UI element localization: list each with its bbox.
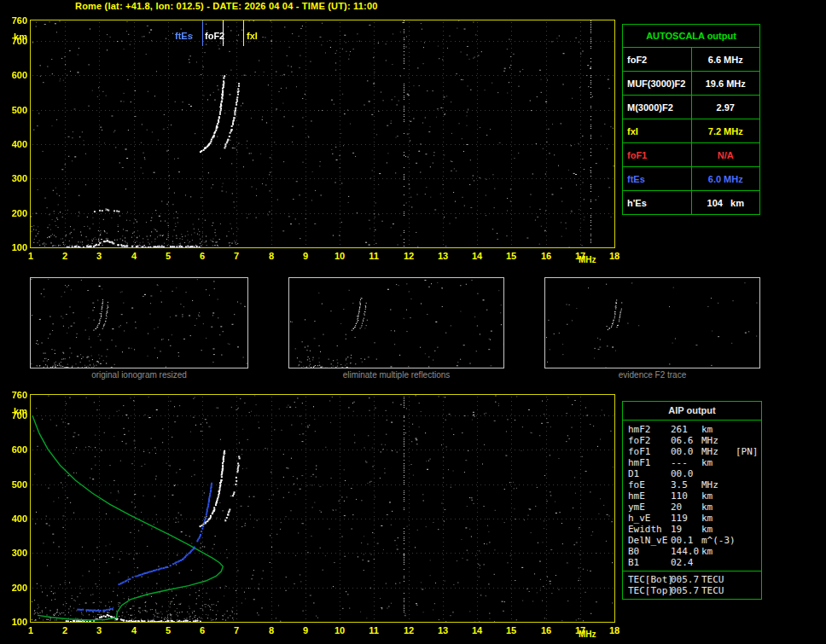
x-tick-label: 1 [22, 625, 39, 635]
y-tick-label: 400 [5, 513, 27, 524]
x-tick-label: 15 [503, 625, 520, 635]
thumbnail-cleaned-ionogram [288, 277, 504, 368]
x-axis-unit: MHz [579, 629, 596, 640]
aip-row-hve: h_vE119km [628, 513, 761, 524]
aip-row-hmf2: hmF2261km [628, 424, 761, 435]
aip-unit: km [701, 424, 730, 435]
aip-value: 3.5 [671, 479, 701, 490]
param-label: ftEs [623, 167, 692, 191]
x-tick-label: 4 [125, 251, 143, 261]
x-tick-label: 7 [228, 625, 245, 635]
param-value: N/A [691, 143, 760, 167]
param-label: foF2 [623, 48, 692, 72]
aip-tec-rows: TEC[Bot]005.7TECU TEC[Top]005.7TECU [623, 571, 761, 599]
aip-value: 19 [671, 524, 701, 535]
aip-unit: km [701, 513, 730, 524]
param-label: h'Es [623, 191, 692, 215]
x-tick-label: 16 [538, 251, 555, 261]
aip-value: 00.1 [671, 535, 701, 546]
table-row-fof1: foF1 N/A [623, 143, 760, 167]
y-tick-label: 760 [5, 15, 27, 26]
aip-row-d1: D100.0 [628, 468, 761, 479]
param-value: 6.6 MHz [691, 48, 760, 72]
thumbnail-caption: evidence F2 trace [544, 370, 760, 380]
aip-label: Ewidth [628, 524, 671, 535]
aip-label: foF1 [628, 446, 671, 457]
x-tick-label: 10 [331, 625, 348, 635]
aip-label: hmF1 [628, 457, 671, 468]
aip-label: B1 [628, 557, 671, 568]
x-tick-label: 9 [297, 625, 314, 635]
main-ionogram-canvas [31, 20, 614, 247]
x-tick-label: 14 [468, 625, 486, 635]
x-tick-label: 8 [263, 251, 280, 261]
aip-label: hmF2 [628, 424, 671, 435]
x-tick-label: 6 [194, 625, 211, 635]
y-tick-label: 300 [5, 173, 27, 183]
y-tick-label: 200 [5, 208, 27, 218]
y-tick-label: 600 [5, 444, 27, 455]
y-axis-unit: km [5, 32, 27, 42]
param-label: M(3000)F2 [623, 96, 692, 119]
table-row-muf: MUF(3000)F2 19.6 MHz [623, 72, 760, 96]
aip-value: 261 [671, 424, 701, 435]
x-tick-label: 3 [90, 625, 108, 635]
aip-row-ewidth: Ewidth19km [628, 524, 761, 535]
aip-label: foF2 [628, 435, 671, 446]
x-tick-label: 7 [228, 251, 245, 261]
aip-unit: MHz [701, 435, 730, 446]
aip-unit: km [701, 546, 730, 557]
y-tick-label: 300 [5, 548, 27, 558]
aip-note: [PN] [736, 446, 759, 457]
aip-unit: MHz [701, 479, 730, 490]
x-tick-label: 6 [194, 251, 211, 261]
aip-rows: hmF2261km foF206.6MHz foF100.0MHz[PN] hm… [623, 421, 761, 571]
y-tick-label: 200 [5, 583, 27, 593]
table-row-ftes: ftEs 6.0 MHz [623, 167, 760, 191]
aip-value: 005.7 [671, 585, 701, 596]
param-value: 19.6 MHz [691, 72, 760, 96]
aip-row-hme: hmE110km [628, 490, 761, 502]
x-tick-label: 13 [434, 251, 451, 261]
aip-value: --- [671, 457, 701, 468]
table-row-fxi: fxI 7.2 MHz [623, 119, 760, 143]
aip-row-tecbot: TEC[Bot]005.7TECU [628, 574, 761, 585]
aip-label: foE [628, 479, 671, 490]
thumbnail-caption: eliminate multiple reflections [288, 370, 504, 380]
fof2-marker-label: foF2 [205, 31, 224, 41]
aip-unit: km [701, 524, 730, 535]
y-tick-label: 600 [5, 70, 27, 80]
param-value: 2.97 [691, 96, 760, 119]
aip-unit: MHz [701, 446, 730, 457]
param-value: 6.0 MHz [691, 167, 760, 191]
thumbnail-canvas [31, 278, 247, 368]
aip-value: 20 [671, 502, 701, 513]
thumbnail-f2-trace [544, 277, 760, 368]
table-row-hes: h'Es 104 km [623, 191, 760, 215]
aip-unit [701, 557, 730, 568]
aip-unit: TECU [701, 585, 730, 596]
x-tick-label: 18 [606, 625, 623, 635]
aip-row-foe: foE3.5MHz [628, 479, 761, 490]
aip-unit: TECU [701, 574, 730, 585]
table-row-m3000: M(3000)F2 2.97 [623, 96, 760, 119]
aip-unit: m^(-3) [701, 535, 736, 546]
aip-unit: km [701, 502, 730, 513]
x-tick-label: 13 [434, 625, 451, 635]
autoscala-screen: Rome (lat: +41.8, lon: 012.5) - DATE: 20… [0, 0, 826, 644]
ftes-marker-label: ftEs [175, 31, 193, 41]
y-axis-unit: km [5, 406, 27, 416]
aip-label: TEC[Bot] [628, 574, 671, 585]
aip-label: hmE [628, 490, 671, 502]
x-tick-label: 12 [400, 625, 417, 635]
aip-row-tectop: TEC[Top]005.7TECU [628, 585, 761, 596]
x-tick-label: 11 [365, 251, 382, 261]
thumbnail-canvas [289, 278, 503, 368]
aip-row-fof2: foF206.6MHz [628, 435, 761, 446]
aip-value: 144.0 [671, 546, 701, 557]
x-tick-label: 15 [503, 251, 520, 261]
profile-ionogram-plot [30, 394, 615, 623]
x-tick-label: 5 [160, 625, 177, 635]
x-tick-label: 14 [468, 251, 486, 261]
autoscala-header: AUTOSCALA output [623, 25, 760, 48]
